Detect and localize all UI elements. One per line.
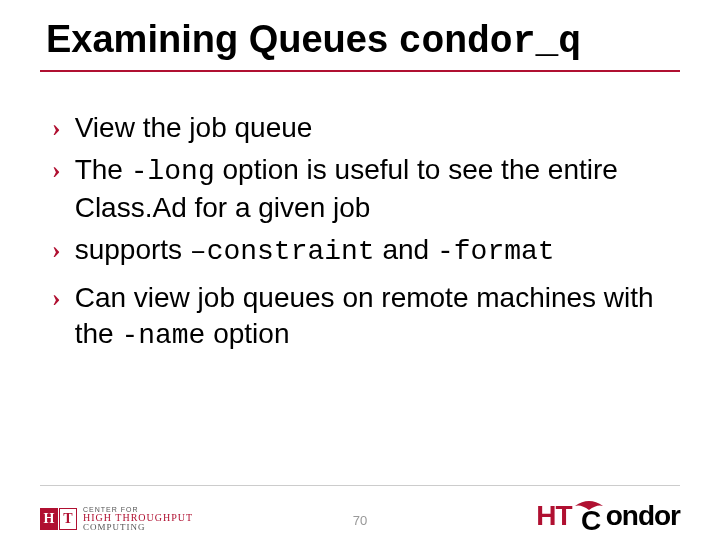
- bullet-marker: ›: [52, 110, 61, 146]
- bullet-item: › The -long option is useful to see the …: [52, 152, 680, 226]
- logo-line3: COMPUTING: [83, 523, 193, 532]
- bullet-text: Can view job queues on remote machines w…: [75, 280, 680, 354]
- text-span: The: [75, 154, 131, 185]
- text-span: option: [205, 318, 289, 349]
- htcondor-logo: HT C ondor: [536, 498, 680, 532]
- bullet-item: › Can view job queues on remote machines…: [52, 280, 680, 354]
- logo-text: CENTER FOR HIGH THROUGHPUT COMPUTING: [83, 506, 193, 532]
- logo-ondor: ondor: [606, 500, 680, 532]
- bullet-marker: ›: [52, 280, 61, 316]
- bullet-marker: ›: [52, 152, 61, 188]
- text-span: supports: [75, 234, 190, 265]
- logo-c-bird: C: [573, 498, 605, 532]
- logo-t-square: T: [59, 508, 77, 530]
- slide-title: Examining Queues condor_q: [46, 18, 581, 63]
- bullet-text: View the job queue: [75, 110, 313, 146]
- bullet-item: › View the job queue: [52, 110, 680, 146]
- code-span: -format: [437, 236, 555, 267]
- code-span: -long: [131, 156, 215, 187]
- logo-ht: HT: [536, 500, 571, 532]
- title-plain: Examining Queues: [46, 18, 399, 60]
- content-area: › View the job queue › The -long option …: [52, 110, 680, 360]
- text-span: and: [375, 234, 437, 265]
- bullet-text: supports –constraint and -format: [75, 232, 555, 270]
- logo-h-square: H: [40, 508, 58, 530]
- bullet-item: › supports –constraint and -format: [52, 232, 680, 270]
- footer-divider: [40, 485, 680, 486]
- svg-text:C: C: [581, 505, 601, 532]
- code-span: –constraint: [190, 236, 375, 267]
- code-span: -name: [121, 320, 205, 351]
- bullet-text: The -long option is useful to see the en…: [75, 152, 680, 226]
- page-number: 70: [353, 513, 367, 528]
- text-span: View the job queue: [75, 112, 313, 143]
- title-mono: condor_q: [399, 20, 581, 63]
- title-underline: [40, 70, 680, 72]
- chtc-logo: H T CENTER FOR HIGH THROUGHPUT COMPUTING: [40, 506, 193, 532]
- bullet-marker: ›: [52, 232, 61, 268]
